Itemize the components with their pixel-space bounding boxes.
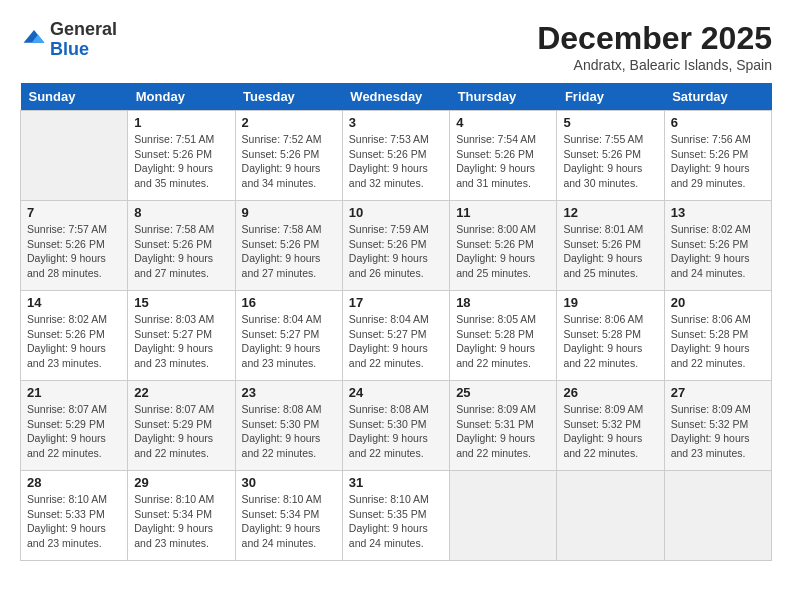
weekday-header-row: SundayMondayTuesdayWednesdayThursdayFrid… <box>21 83 772 111</box>
day-number: 31 <box>349 475 443 490</box>
day-number: 21 <box>27 385 121 400</box>
cell-info: Sunrise: 8:01 AMSunset: 5:26 PMDaylight:… <box>563 222 657 281</box>
calendar-cell: 23Sunrise: 8:08 AMSunset: 5:30 PMDayligh… <box>235 381 342 471</box>
day-number: 8 <box>134 205 228 220</box>
day-number: 16 <box>242 295 336 310</box>
day-number: 20 <box>671 295 765 310</box>
calendar-cell <box>664 471 771 561</box>
day-number: 10 <box>349 205 443 220</box>
calendar-cell: 5Sunrise: 7:55 AMSunset: 5:26 PMDaylight… <box>557 111 664 201</box>
day-number: 7 <box>27 205 121 220</box>
weekday-header-tuesday: Tuesday <box>235 83 342 111</box>
day-number: 30 <box>242 475 336 490</box>
calendar-cell: 16Sunrise: 8:04 AMSunset: 5:27 PMDayligh… <box>235 291 342 381</box>
cell-info: Sunrise: 7:54 AMSunset: 5:26 PMDaylight:… <box>456 132 550 191</box>
title-section: December 2025 Andratx, Balearic Islands,… <box>537 20 772 73</box>
cell-info: Sunrise: 8:04 AMSunset: 5:27 PMDaylight:… <box>349 312 443 371</box>
calendar-cell: 7Sunrise: 7:57 AMSunset: 5:26 PMDaylight… <box>21 201 128 291</box>
calendar-cell: 10Sunrise: 7:59 AMSunset: 5:26 PMDayligh… <box>342 201 449 291</box>
day-number: 27 <box>671 385 765 400</box>
weekday-header-thursday: Thursday <box>450 83 557 111</box>
weekday-header-saturday: Saturday <box>664 83 771 111</box>
calendar-cell: 31Sunrise: 8:10 AMSunset: 5:35 PMDayligh… <box>342 471 449 561</box>
cell-info: Sunrise: 7:59 AMSunset: 5:26 PMDaylight:… <box>349 222 443 281</box>
day-number: 12 <box>563 205 657 220</box>
calendar-cell: 24Sunrise: 8:08 AMSunset: 5:30 PMDayligh… <box>342 381 449 471</box>
cell-info: Sunrise: 8:04 AMSunset: 5:27 PMDaylight:… <box>242 312 336 371</box>
cell-info: Sunrise: 8:06 AMSunset: 5:28 PMDaylight:… <box>671 312 765 371</box>
calendar-cell: 17Sunrise: 8:04 AMSunset: 5:27 PMDayligh… <box>342 291 449 381</box>
cell-info: Sunrise: 8:02 AMSunset: 5:26 PMDaylight:… <box>671 222 765 281</box>
calendar-cell: 25Sunrise: 8:09 AMSunset: 5:31 PMDayligh… <box>450 381 557 471</box>
calendar-week-1: 1Sunrise: 7:51 AMSunset: 5:26 PMDaylight… <box>21 111 772 201</box>
day-number: 18 <box>456 295 550 310</box>
calendar-cell: 13Sunrise: 8:02 AMSunset: 5:26 PMDayligh… <box>664 201 771 291</box>
calendar-cell: 19Sunrise: 8:06 AMSunset: 5:28 PMDayligh… <box>557 291 664 381</box>
calendar-cell <box>21 111 128 201</box>
day-number: 4 <box>456 115 550 130</box>
cell-info: Sunrise: 7:55 AMSunset: 5:26 PMDaylight:… <box>563 132 657 191</box>
cell-info: Sunrise: 8:09 AMSunset: 5:31 PMDaylight:… <box>456 402 550 461</box>
weekday-header-monday: Monday <box>128 83 235 111</box>
cell-info: Sunrise: 7:53 AMSunset: 5:26 PMDaylight:… <box>349 132 443 191</box>
calendar-table: SundayMondayTuesdayWednesdayThursdayFrid… <box>20 83 772 561</box>
day-number: 6 <box>671 115 765 130</box>
calendar-week-2: 7Sunrise: 7:57 AMSunset: 5:26 PMDaylight… <box>21 201 772 291</box>
calendar-cell: 1Sunrise: 7:51 AMSunset: 5:26 PMDaylight… <box>128 111 235 201</box>
calendar-cell: 14Sunrise: 8:02 AMSunset: 5:26 PMDayligh… <box>21 291 128 381</box>
day-number: 5 <box>563 115 657 130</box>
calendar-cell: 21Sunrise: 8:07 AMSunset: 5:29 PMDayligh… <box>21 381 128 471</box>
day-number: 14 <box>27 295 121 310</box>
day-number: 25 <box>456 385 550 400</box>
logo-icon <box>22 28 46 48</box>
cell-info: Sunrise: 8:10 AMSunset: 5:35 PMDaylight:… <box>349 492 443 551</box>
logo: General Blue <box>20 20 117 60</box>
calendar-cell: 3Sunrise: 7:53 AMSunset: 5:26 PMDaylight… <box>342 111 449 201</box>
cell-info: Sunrise: 8:03 AMSunset: 5:27 PMDaylight:… <box>134 312 228 371</box>
day-number: 2 <box>242 115 336 130</box>
calendar-cell: 18Sunrise: 8:05 AMSunset: 5:28 PMDayligh… <box>450 291 557 381</box>
day-number: 1 <box>134 115 228 130</box>
calendar-cell: 27Sunrise: 8:09 AMSunset: 5:32 PMDayligh… <box>664 381 771 471</box>
weekday-header-wednesday: Wednesday <box>342 83 449 111</box>
calendar-week-5: 28Sunrise: 8:10 AMSunset: 5:33 PMDayligh… <box>21 471 772 561</box>
day-number: 28 <box>27 475 121 490</box>
calendar-cell: 20Sunrise: 8:06 AMSunset: 5:28 PMDayligh… <box>664 291 771 381</box>
calendar-cell: 2Sunrise: 7:52 AMSunset: 5:26 PMDaylight… <box>235 111 342 201</box>
calendar-cell: 15Sunrise: 8:03 AMSunset: 5:27 PMDayligh… <box>128 291 235 381</box>
day-number: 24 <box>349 385 443 400</box>
cell-info: Sunrise: 8:10 AMSunset: 5:33 PMDaylight:… <box>27 492 121 551</box>
month-title: December 2025 <box>537 20 772 57</box>
cell-info: Sunrise: 8:00 AMSunset: 5:26 PMDaylight:… <box>456 222 550 281</box>
cell-info: Sunrise: 8:09 AMSunset: 5:32 PMDaylight:… <box>563 402 657 461</box>
cell-info: Sunrise: 7:51 AMSunset: 5:26 PMDaylight:… <box>134 132 228 191</box>
calendar-cell: 11Sunrise: 8:00 AMSunset: 5:26 PMDayligh… <box>450 201 557 291</box>
day-number: 26 <box>563 385 657 400</box>
cell-info: Sunrise: 7:52 AMSunset: 5:26 PMDaylight:… <box>242 132 336 191</box>
day-number: 22 <box>134 385 228 400</box>
weekday-header-friday: Friday <box>557 83 664 111</box>
cell-info: Sunrise: 7:57 AMSunset: 5:26 PMDaylight:… <box>27 222 121 281</box>
page-header: General Blue December 2025 Andratx, Bale… <box>20 20 772 73</box>
cell-info: Sunrise: 8:08 AMSunset: 5:30 PMDaylight:… <box>242 402 336 461</box>
calendar-cell: 22Sunrise: 8:07 AMSunset: 5:29 PMDayligh… <box>128 381 235 471</box>
calendar-cell: 8Sunrise: 7:58 AMSunset: 5:26 PMDaylight… <box>128 201 235 291</box>
calendar-cell: 4Sunrise: 7:54 AMSunset: 5:26 PMDaylight… <box>450 111 557 201</box>
location-text: Andratx, Balearic Islands, Spain <box>537 57 772 73</box>
weekday-header-sunday: Sunday <box>21 83 128 111</box>
cell-info: Sunrise: 8:05 AMSunset: 5:28 PMDaylight:… <box>456 312 550 371</box>
day-number: 9 <box>242 205 336 220</box>
cell-info: Sunrise: 8:09 AMSunset: 5:32 PMDaylight:… <box>671 402 765 461</box>
calendar-cell: 26Sunrise: 8:09 AMSunset: 5:32 PMDayligh… <box>557 381 664 471</box>
cell-info: Sunrise: 8:07 AMSunset: 5:29 PMDaylight:… <box>134 402 228 461</box>
calendar-cell: 28Sunrise: 8:10 AMSunset: 5:33 PMDayligh… <box>21 471 128 561</box>
calendar-week-3: 14Sunrise: 8:02 AMSunset: 5:26 PMDayligh… <box>21 291 772 381</box>
cell-info: Sunrise: 8:02 AMSunset: 5:26 PMDaylight:… <box>27 312 121 371</box>
cell-info: Sunrise: 7:58 AMSunset: 5:26 PMDaylight:… <box>242 222 336 281</box>
cell-info: Sunrise: 8:10 AMSunset: 5:34 PMDaylight:… <box>242 492 336 551</box>
cell-info: Sunrise: 8:06 AMSunset: 5:28 PMDaylight:… <box>563 312 657 371</box>
day-number: 29 <box>134 475 228 490</box>
logo-general-text: General <box>50 19 117 39</box>
cell-info: Sunrise: 7:56 AMSunset: 5:26 PMDaylight:… <box>671 132 765 191</box>
day-number: 15 <box>134 295 228 310</box>
